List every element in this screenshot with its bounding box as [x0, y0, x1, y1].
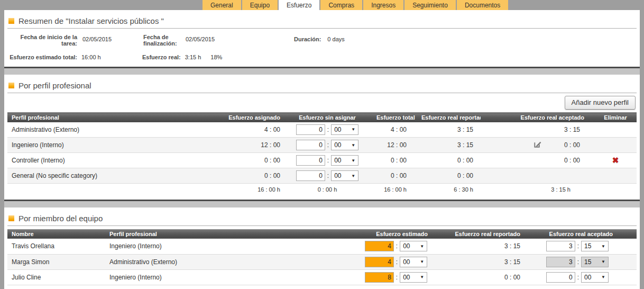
end-date-label: Fecha de finalización:	[143, 34, 180, 47]
accepted-effort: 3 : 15	[556, 126, 580, 133]
estimated-hours-input[interactable]	[365, 257, 394, 267]
profile-row: Controller (Interno) 0 : 00 : 00▼ 0 : 00…	[7, 153, 637, 168]
estimated-hours-input[interactable]	[365, 241, 394, 251]
assigned-effort: 4 : 00	[211, 122, 282, 138]
accepted-minutes-select[interactable]: 00▼	[581, 272, 609, 283]
profile-row: Administrativo (Externo) 4 : 00 : 00▼ 4 …	[7, 122, 637, 138]
member-profile: Administrativo (Externo)	[105, 254, 348, 269]
estimated-minutes-select[interactable]: 00▼	[400, 241, 427, 251]
start-date-value: 02/05/2015	[82, 34, 135, 42]
accepted-minutes-select[interactable]: 15▼	[581, 241, 609, 251]
colon-separator: :	[327, 172, 329, 179]
unassigned-hours-input[interactable]	[296, 170, 325, 181]
add-profile-button[interactable]: Añadir nuevo perfil	[565, 96, 636, 110]
member-name: Marga Simon	[7, 254, 105, 269]
end-date-value: 02/05/2015	[186, 34, 233, 42]
members-section: Por miembro del equipo Nombre Perfil pro…	[4, 207, 640, 289]
reported-effort: 3 : 15	[417, 138, 481, 153]
reported-effort: 0 : 00	[417, 168, 481, 184]
accepted-minutes-select[interactable]: 15▼	[581, 257, 609, 267]
unassigned-hours-input[interactable]	[296, 124, 325, 135]
member-profile: Ingeniero (Interno)	[105, 239, 348, 254]
member-reported: 3 : 15	[444, 239, 536, 254]
chevron-down-icon: ▼	[351, 127, 355, 132]
colon-separator: :	[327, 157, 329, 164]
tab-general[interactable]: General	[203, 0, 241, 10]
chevron-down-icon: ▼	[351, 158, 355, 163]
colon-separator: :	[396, 258, 398, 266]
profiles-totals-row: 16 : 00 h 0 : 00 h 16 : 00 h 6 : 30 h 3 …	[7, 184, 637, 195]
chevron-down-icon: ▼	[351, 174, 355, 178]
member-row: Marga Simon Administrativo (Externo) : 0…	[7, 254, 637, 269]
col-perfil-profesional: Perfil profesional	[7, 113, 211, 122]
total-total: 16 : 00 h	[372, 184, 417, 195]
total-accepted: 3 : 15 h	[481, 184, 594, 195]
profiles-title-row: Por perfil profesional	[7, 78, 637, 93]
delete-x-icon[interactable]: ✖	[612, 156, 619, 165]
unassigned-minutes-select[interactable]: 00▼	[331, 170, 358, 181]
real-effort-label: Esfuerzo real:	[142, 54, 181, 60]
col-eliminar: Eliminar	[594, 113, 637, 122]
colon-separator: :	[327, 126, 329, 133]
total-assigned: 16 : 00 h	[211, 184, 282, 195]
accepted-effort: 0 : 00	[556, 141, 580, 149]
real-effort-percent: 18%	[210, 54, 222, 60]
profile-row: Ingeniero (Interno) 12 : 00 : 00▼ 12 : 0…	[7, 138, 637, 153]
profile-name: General (No specific category)	[7, 168, 211, 184]
unassigned-hours-input[interactable]	[296, 140, 325, 150]
duration-label: Duración:	[294, 34, 321, 42]
chevron-down-icon: ▼	[601, 244, 605, 249]
unassigned-minutes-select[interactable]: 00▼	[331, 140, 358, 150]
tab-seguimiento[interactable]: Seguimiento	[404, 0, 456, 10]
col-esfuerzo-real-reportado: Esfuerzo real reportado	[417, 113, 481, 122]
colon-separator: :	[327, 141, 329, 149]
colon-separator: :	[577, 242, 579, 250]
accepted-hours-input[interactable]	[546, 241, 575, 251]
total-effort: 0 : 00	[372, 168, 417, 184]
profile-name: Administrativo (Externo)	[7, 122, 211, 138]
estimated-hours-input[interactable]	[365, 272, 394, 283]
section-gap	[4, 201, 640, 207]
chevron-down-icon: ▼	[420, 244, 424, 249]
member-reported: 0 : 00	[444, 269, 536, 285]
tab-equipo[interactable]: Equipo	[242, 0, 278, 10]
member-row: Julio Cline Ingeniero (Interno) : 00▼ 0 …	[7, 269, 637, 285]
summary-fields: Fecha de inicio de la tarea: 02/05/2015 …	[7, 29, 637, 62]
member-name: Travis Orellana	[7, 239, 105, 254]
orange-square-icon	[8, 215, 14, 221]
unassigned-minutes-select[interactable]: 00▼	[331, 155, 358, 166]
accepted-hours-input[interactable]	[546, 272, 575, 283]
duration-value: 0 days	[327, 34, 344, 42]
estimated-minutes-select[interactable]: 00▼	[400, 272, 427, 283]
col-esfuerzo-real-aceptado: Esfuerzo real aceptado	[536, 229, 637, 239]
reported-effort: 3 : 15	[417, 122, 481, 138]
col-esfuerzo-real-aceptado: Esfuerzo real aceptado	[481, 113, 594, 122]
tab-ingresos[interactable]: Ingresos	[363, 0, 403, 10]
summary-title-row: Resumen de "Instalar servicios públicos …	[7, 13, 637, 28]
col-esfuerzo-estimado: Esfuerzo estimado	[348, 229, 444, 239]
total-unassigned: 0 : 00 h	[282, 184, 372, 195]
accepted-hours-input[interactable]	[546, 257, 575, 267]
assigned-effort: 0 : 00	[211, 168, 282, 184]
chevron-down-icon: ▼	[420, 275, 424, 279]
orange-square-icon	[8, 83, 14, 88]
assigned-effort: 12 : 00	[211, 138, 282, 153]
profiles-header-row: Perfil profesional Esfuerzo asignado Esf…	[7, 113, 637, 122]
unassigned-minutes-select[interactable]: 00▼	[331, 124, 358, 135]
colon-separator: :	[396, 274, 398, 281]
total-reported: 6 : 30 h	[417, 184, 481, 195]
edit-icon[interactable]	[533, 140, 542, 150]
tab-esfuerzo[interactable]: Esfuerzo	[279, 0, 319, 10]
unassigned-hours-input[interactable]	[296, 155, 325, 166]
members-title-row: Por miembro del equipo	[7, 211, 637, 225]
colon-separator: :	[577, 274, 579, 281]
col-esfuerzo-asignado: Esfuerzo asignado	[211, 113, 282, 122]
tab-documentos[interactable]: Documentos	[457, 0, 508, 10]
reported-effort: 0 : 00	[417, 153, 481, 168]
tab-compras[interactable]: Compras	[320, 0, 362, 10]
col-esfuerzo-total: Esfuerzo total	[372, 113, 417, 122]
chevron-down-icon: ▼	[601, 259, 605, 264]
estimated-minutes-select[interactable]: 00▼	[400, 257, 427, 267]
colon-separator: :	[396, 242, 398, 250]
profiles-table: Perfil profesional Esfuerzo asignado Esf…	[7, 112, 637, 195]
